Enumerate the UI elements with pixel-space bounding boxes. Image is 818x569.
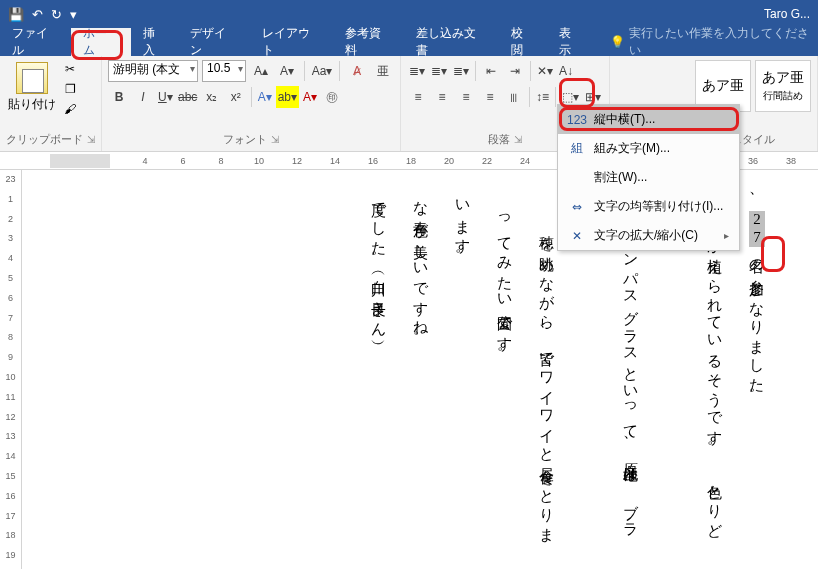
tab-home[interactable]: ホーム — [71, 28, 130, 56]
style-preview: あア亜 — [702, 77, 744, 95]
tab-design[interactable]: デザイン — [178, 28, 249, 56]
menu-kakudai[interactable]: ✕ 文字の拡大/縮小(C) ▸ — [558, 221, 739, 250]
tell-me-search[interactable]: 💡 実行したい作業を入力してください — [594, 25, 818, 59]
line-spacing-button[interactable]: ↕≡ — [534, 86, 551, 108]
increase-indent-button[interactable]: ⇥ — [504, 60, 526, 82]
menu-kakudai-label: 文字の拡大/縮小(C) — [594, 227, 698, 244]
paste-label: 貼り付け — [8, 96, 56, 113]
tatechuyoko-icon: 123 — [568, 113, 586, 127]
subscript-button[interactable]: x₂ — [201, 86, 223, 108]
style-nospacing-label: 行間詰め — [763, 89, 803, 103]
qat-dropdown-icon[interactable]: ▾ — [70, 7, 77, 22]
align-right-button[interactable]: ≡ — [455, 86, 477, 108]
ribbon-tabs: ファイル ホーム 挿入 デザイン レイアウト 参考資料 差し込み文書 校閲 表示… — [0, 28, 818, 56]
kumimoji-icon: 組 — [568, 140, 586, 157]
asian-layout-button[interactable]: ✕▾ — [535, 60, 555, 82]
menu-kumimoji[interactable]: 組 組み文字(M)... — [558, 134, 739, 163]
decrease-indent-button[interactable]: ⇤ — [480, 60, 502, 82]
asian-layout-dropdown: 123 縦中横(T)... 組 組み文字(M)... 割注(W)... ⇔ 文字… — [557, 104, 740, 251]
grow-font-button[interactable]: A▴ — [250, 60, 272, 82]
group-font: 游明朝 (本文 10.5 A▴ A▾ Aa▾ A̷ 亜 B I U▾ abc x… — [102, 56, 401, 151]
font-color-button[interactable]: A▾ — [301, 86, 319, 108]
clipboard-launcher[interactable]: ⇲ — [87, 134, 95, 145]
cut-button[interactable]: ✂ — [60, 60, 80, 78]
paste-icon — [16, 62, 48, 94]
superscript-button[interactable]: x² — [225, 86, 247, 108]
tab-file[interactable]: ファイル — [0, 28, 71, 56]
save-icon[interactable]: 💾 — [8, 7, 24, 22]
underline-button[interactable]: U▾ — [156, 86, 175, 108]
kakudai-icon: ✕ — [568, 229, 586, 243]
font-launcher[interactable]: ⇲ — [271, 134, 279, 145]
font-size-select[interactable]: 10.5 — [202, 60, 246, 82]
group-clipboard: 貼り付け ✂ ❐ 🖌 クリップボード ⇲ — [0, 56, 102, 151]
tab-references[interactable]: 参考資料 — [333, 28, 404, 56]
bold-button[interactable]: B — [108, 86, 130, 108]
sort-button[interactable]: A↓ — [557, 60, 575, 82]
selected-text-27: 27 — [749, 211, 765, 247]
submenu-arrow-icon: ▸ — [724, 230, 729, 241]
menu-kintou-label: 文字の均等割り付け(I)... — [594, 198, 723, 215]
font-group-label: フォント — [223, 132, 267, 147]
phonetic-guide-button[interactable]: 亜 — [372, 60, 394, 82]
clear-formatting-button[interactable]: A̷ — [346, 60, 368, 82]
kintou-icon: ⇔ — [568, 200, 586, 214]
justify-button[interactable]: ≡ — [479, 86, 501, 108]
distributed-button[interactable]: ⫼ — [503, 86, 525, 108]
align-center-button[interactable]: ≡ — [431, 86, 453, 108]
format-painter-button[interactable]: 🖌 — [60, 100, 80, 118]
paste-button[interactable]: 貼り付け — [6, 60, 58, 115]
menu-tatechuyoko[interactable]: 123 縦中横(T)... — [558, 105, 739, 134]
strikethrough-button[interactable]: abc — [177, 86, 199, 108]
paragraph-group-label: 段落 — [488, 132, 510, 147]
document-title: Taro G... — [764, 7, 810, 21]
copy-button[interactable]: ❐ — [60, 80, 80, 98]
title-bar: 💾 ↶ ↻ ▾ Taro G... — [0, 0, 818, 28]
clipboard-group-label: クリップボード — [6, 132, 83, 147]
text-effects-button[interactable]: A▾ — [256, 86, 274, 108]
menu-kumimoji-label: 組み文字(M)... — [594, 140, 670, 157]
style-preview: あア亜 — [762, 69, 804, 87]
redo-icon[interactable]: ↻ — [51, 7, 62, 22]
multilevel-list-button[interactable]: ≣▾ — [451, 60, 471, 82]
paragraph-launcher[interactable]: ⇲ — [514, 134, 522, 145]
enclose-character-button[interactable]: ㊞ — [321, 86, 343, 108]
align-left-button[interactable]: ≡ — [407, 86, 429, 108]
tell-me-label: 実行したい作業を入力してください — [629, 25, 818, 59]
font-name-select[interactable]: 游明朝 (本文 — [108, 60, 198, 82]
tab-mailings[interactable]: 差し込み文書 — [404, 28, 499, 56]
tab-view[interactable]: 表示 — [547, 28, 595, 56]
menu-warichu-label: 割注(W)... — [594, 169, 647, 186]
change-case-button[interactable]: Aa▾ — [311, 60, 333, 82]
lightbulb-icon: 💡 — [610, 35, 625, 49]
bullets-button[interactable]: ≣▾ — [407, 60, 427, 82]
undo-icon[interactable]: ↶ — [32, 7, 43, 22]
tab-review[interactable]: 校閲 — [499, 28, 547, 56]
shrink-font-button[interactable]: A▾ — [276, 60, 298, 82]
menu-tatechuyoko-label: 縦中横(T)... — [594, 111, 655, 128]
numbering-button[interactable]: ≣▾ — [429, 60, 449, 82]
tab-insert[interactable]: 挿入 — [131, 28, 179, 56]
highlight-button[interactable]: ab▾ — [276, 86, 299, 108]
menu-kintou[interactable]: ⇔ 文字の均等割り付け(I)... — [558, 192, 739, 221]
italic-button[interactable]: I — [132, 86, 154, 108]
style-nospacing[interactable]: あア亜 行間詰め — [755, 60, 811, 112]
menu-warichu[interactable]: 割注(W)... — [558, 163, 739, 192]
tab-layout[interactable]: レイアウト — [250, 28, 333, 56]
vertical-ruler[interactable]: 2312345678910111213141516171819 — [0, 170, 22, 569]
